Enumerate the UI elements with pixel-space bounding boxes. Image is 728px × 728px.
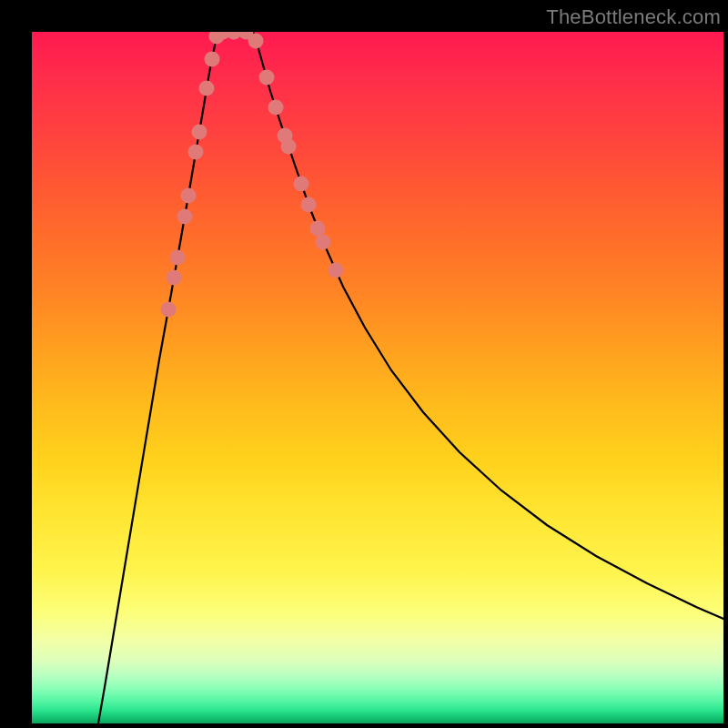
curve-svg	[32, 32, 723, 723]
data-dot	[205, 52, 220, 67]
watermark-label: TheBottleneck.com	[546, 5, 721, 29]
data-dot	[177, 209, 193, 225]
chart-frame: TheBottleneck.com	[0, 0, 728, 728]
data-dot	[167, 270, 182, 286]
data-dot	[294, 177, 309, 192]
data-dot	[310, 221, 326, 237]
data-dot	[188, 145, 204, 160]
data-dot	[248, 34, 264, 49]
data-dot	[192, 125, 207, 140]
data-dot	[301, 197, 317, 213]
data-dot	[170, 250, 186, 266]
data-dot	[329, 263, 344, 278]
data-dot	[268, 100, 284, 116]
data-dot	[181, 188, 197, 204]
plot-area	[32, 32, 723, 723]
data-dots	[161, 32, 344, 318]
data-dot	[316, 235, 331, 250]
data-dot	[199, 81, 215, 96]
data-dot	[259, 70, 275, 86]
data-dot	[281, 139, 297, 155]
bottleneck-curve	[98, 32, 723, 723]
data-dot	[161, 302, 177, 318]
